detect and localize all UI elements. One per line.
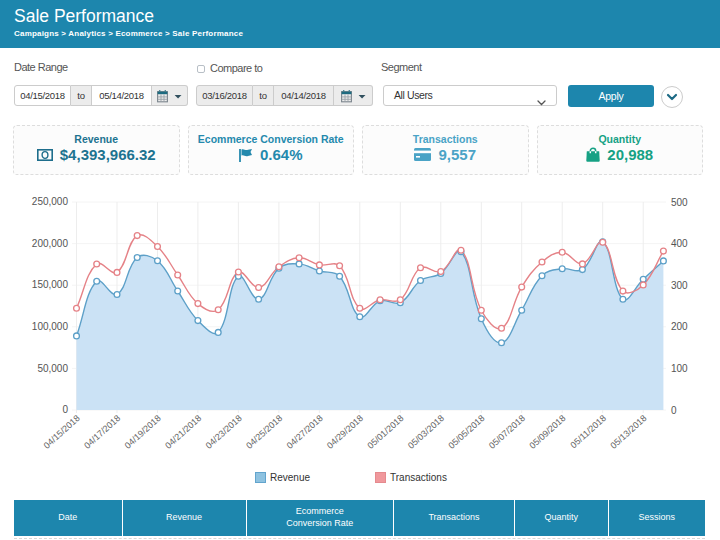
svg-text:04/27/2018: 04/27/2018 <box>285 413 325 451</box>
svg-text:04/25/2018: 04/25/2018 <box>244 413 284 451</box>
svg-text:05/11/2018: 05/11/2018 <box>568 413 608 450</box>
svg-text:04/15/2018: 04/15/2018 <box>42 413 82 451</box>
svg-text:05/01/2018: 05/01/2018 <box>365 413 405 451</box>
svg-text:05/07/2018: 05/07/2018 <box>487 413 527 451</box>
svg-text:04/23/2018: 04/23/2018 <box>204 413 244 451</box>
svg-text:04/29/2018: 04/29/2018 <box>325 413 365 451</box>
svg-text:500: 500 <box>671 197 688 208</box>
svg-text:50,000: 50,000 <box>37 363 68 374</box>
svg-text:04/19/2018: 04/19/2018 <box>123 413 163 451</box>
svg-text:04/17/2018: 04/17/2018 <box>82 413 122 451</box>
svg-text:04/21/2018: 04/21/2018 <box>163 413 203 451</box>
svg-text:300: 300 <box>671 280 688 291</box>
svg-text:200: 200 <box>671 321 688 332</box>
svg-text:05/09/2018: 05/09/2018 <box>527 413 567 451</box>
svg-text:250,000: 250,000 <box>32 196 69 207</box>
svg-text:200,000: 200,000 <box>32 238 69 249</box>
svg-text:100,000: 100,000 <box>32 321 69 332</box>
svg-text:100: 100 <box>671 363 688 374</box>
svg-text:05/13/2018: 05/13/2018 <box>608 413 648 451</box>
svg-text:0: 0 <box>62 404 68 415</box>
svg-text:400: 400 <box>671 238 688 249</box>
svg-text:05/05/2018: 05/05/2018 <box>446 413 486 451</box>
svg-text:05/03/2018: 05/03/2018 <box>406 413 446 451</box>
svg-text:150,000: 150,000 <box>32 279 69 290</box>
svg-text:0: 0 <box>671 405 677 416</box>
